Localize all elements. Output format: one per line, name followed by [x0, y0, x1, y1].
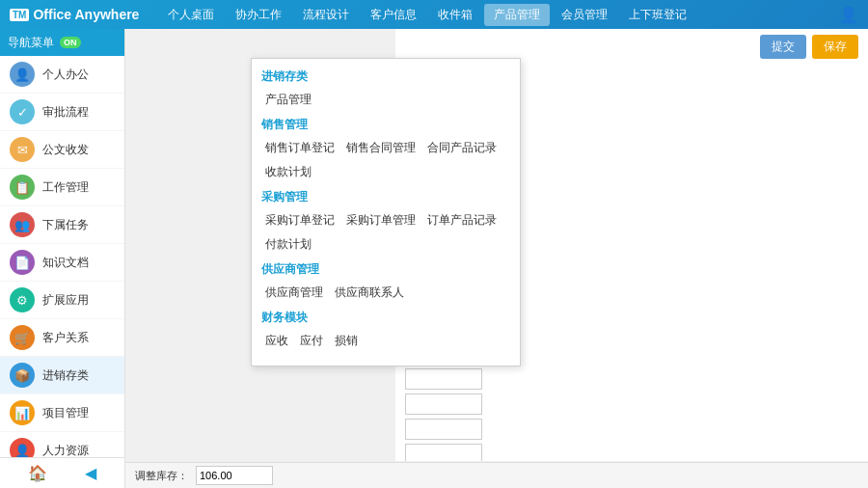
main-layout: 导航菜单 ON 👤 个人办公 ✓ 审批流程 ✉ 公文收发 📋 工作管理 👥: [0, 29, 868, 488]
dropdown-link-receivable[interactable]: 应收: [261, 332, 292, 350]
form-row-15: [405, 419, 858, 440]
nav-item-member[interactable]: 会员管理: [552, 4, 617, 26]
nav-item-cowork[interactable]: 协办工作: [226, 4, 291, 26]
home-icon[interactable]: 🏠: [28, 464, 47, 482]
project-icon: 📊: [10, 400, 35, 425]
nav-item-checkin[interactable]: 上下班登记: [619, 4, 696, 26]
sidebar-label-crm: 客户关系: [42, 330, 89, 346]
dropdown-menu: 进销存类 产品管理 销售管理 销售订单登记 销售合同管理 合同产品记录 收款计划…: [251, 58, 521, 366]
crm-icon: 🛒: [10, 325, 35, 350]
nav-item-customer[interactable]: 客户信息: [361, 4, 426, 26]
dropdown-link-purchase-order[interactable]: 采购订单登记: [261, 211, 339, 230]
form-row-16: [405, 444, 858, 461]
sidebar-label-knowledge: 知识文档: [42, 255, 89, 271]
dropdown-items-supplier: 供应商管理 供应商联系人: [261, 284, 510, 302]
dropdown-items-inventory: 产品管理: [261, 91, 510, 109]
header: TM Office Anywhere 个人桌面 协办工作 流程设计 客户信息 收…: [0, 0, 868, 29]
dropdown-section-title-sales: 销售管理: [261, 117, 510, 133]
dropdown-items-finance: 应收 应付 损销: [261, 332, 510, 350]
sidebar-item-project[interactable]: 📊 项目管理: [0, 394, 124, 432]
sidebar-item-crm[interactable]: 🛒 客户关系: [0, 319, 124, 357]
sidebar-item-personal[interactable]: 👤 个人办公: [0, 56, 124, 94]
collapse-icon[interactable]: ◀: [85, 464, 96, 482]
sidebar-label-approval: 审批流程: [42, 104, 89, 121]
nav-item-workflow[interactable]: 流程设计: [293, 4, 359, 26]
sidebar-label-extend: 扩展应用: [42, 292, 89, 309]
sidebar-item-mail[interactable]: ✉ 公文收发: [0, 131, 124, 169]
submit-button[interactable]: 提交: [760, 35, 806, 59]
dropdown-link-product[interactable]: 产品管理: [261, 91, 315, 109]
dropdown-link-supplier-manage[interactable]: 供应商管理: [261, 284, 327, 302]
dropdown-link-sales-order[interactable]: 销售订单登记: [261, 139, 339, 157]
sidebar-item-extend[interactable]: ⚙ 扩展应用: [0, 282, 124, 319]
sidebar-label-hr: 人力资源: [42, 443, 89, 458]
dropdown-link-loss[interactable]: 损销: [331, 332, 362, 350]
status-value-input[interactable]: [196, 466, 273, 485]
workmanage-icon: 📋: [10, 175, 35, 200]
form-input-13[interactable]: [405, 368, 482, 390]
sidebar-label-subtask: 下属任务: [42, 217, 89, 233]
dropdown-link-pay-plan[interactable]: 付款计划: [261, 235, 315, 254]
logo-icon: TM: [10, 9, 29, 21]
dropdown-link-sales-product-record[interactable]: 合同产品记录: [423, 139, 501, 157]
logo-text: Office Anywhere: [33, 7, 139, 22]
status-label: 调整库存：: [135, 469, 188, 483]
mail-icon: ✉: [10, 137, 35, 162]
content-area: 进销存类 产品管理 销售管理 销售订单登记 销售合同管理 合同产品记录 收款计划…: [125, 29, 868, 488]
dropdown-link-payable[interactable]: 应付: [296, 332, 327, 350]
status-bar: 调整库存：: [125, 462, 868, 488]
sidebar-items: 👤 个人办公 ✓ 审批流程 ✉ 公文收发 📋 工作管理 👥 下属任务 📄 知: [0, 56, 124, 457]
sidebar-label-inventory: 进销存类: [42, 367, 89, 384]
sidebar: 导航菜单 ON 👤 个人办公 ✓ 审批流程 ✉ 公文收发 📋 工作管理 👥: [0, 29, 125, 488]
inventory-icon: 📦: [10, 363, 35, 388]
sidebar-item-hr[interactable]: 👤 人力资源: [0, 432, 124, 457]
sidebar-footer: 🏠 ◀: [0, 457, 124, 488]
logo: TM Office Anywhere: [10, 7, 139, 22]
form-input-16[interactable]: [405, 444, 482, 461]
nav-item-inbox[interactable]: 收件箱: [428, 4, 482, 26]
sidebar-item-knowledge[interactable]: 📄 知识文档: [0, 244, 124, 282]
sidebar-item-inventory[interactable]: 📦 进销存类: [0, 357, 124, 394]
subtask-icon: 👥: [10, 212, 35, 237]
sidebar-header-label: 导航菜单: [8, 35, 54, 51]
form-row-13: [405, 368, 858, 390]
save-button[interactable]: 保存: [812, 35, 858, 59]
dropdown-items-sales-payment: 收款计划: [261, 163, 510, 181]
dropdown-items-purchase-payment: 付款计划: [261, 235, 510, 254]
dropdown-section-title-supplier: 供应商管理: [261, 261, 510, 278]
dropdown-link-purchase-manage[interactable]: 采购订单管理: [342, 211, 420, 230]
sidebar-label-workmanage: 工作管理: [42, 179, 89, 196]
dropdown-items-purchase: 采购订单登记 采购订单管理 订单产品记录: [261, 211, 510, 230]
dropdown-section-title-purchase: 采购管理: [261, 189, 510, 205]
sidebar-item-subtask[interactable]: 👥 下属任务: [0, 206, 124, 244]
personal-icon: 👤: [10, 62, 35, 87]
approval-icon: ✓: [10, 99, 35, 124]
toolbar: 提交 保存: [760, 35, 858, 59]
extend-icon: ⚙: [10, 287, 35, 312]
sidebar-label-project: 项目管理: [42, 405, 89, 421]
hr-icon: 👤: [10, 438, 35, 457]
nav-item-product[interactable]: 产品管理: [484, 4, 550, 26]
nav-item-personal-desk[interactable]: 个人桌面: [158, 4, 224, 26]
dropdown-link-payment-plan[interactable]: 收款计划: [261, 163, 315, 181]
dropdown-items-sales: 销售订单登记 销售合同管理 合同产品记录: [261, 139, 510, 157]
form-row-14: [405, 393, 858, 415]
knowledge-icon: 📄: [10, 250, 35, 275]
dropdown-link-supplier-contact[interactable]: 供应商联系人: [331, 284, 408, 302]
nav-menu: 个人桌面 协办工作 流程设计 客户信息 收件箱 产品管理 会员管理 上下班登记: [158, 4, 839, 26]
sidebar-header: 导航菜单 ON: [0, 29, 124, 56]
dropdown-section-title-inventory: 进销存类: [261, 68, 510, 85]
form-input-15[interactable]: [405, 419, 482, 440]
dropdown-link-purchase-product[interactable]: 订单产品记录: [423, 211, 501, 230]
sidebar-item-approval[interactable]: ✓ 审批流程: [0, 94, 124, 131]
sidebar-toggle[interactable]: ON: [60, 37, 81, 48]
sidebar-item-workmanage[interactable]: 📋 工作管理: [0, 169, 124, 206]
sidebar-label-mail: 公文收发: [42, 142, 89, 158]
dropdown-section-title-finance: 财务模块: [261, 310, 510, 326]
sidebar-label-personal: 个人办公: [42, 67, 89, 83]
user-icon[interactable]: 👤: [839, 6, 858, 24]
dropdown-link-sales-contract[interactable]: 销售合同管理: [342, 139, 420, 157]
form-input-14[interactable]: [405, 393, 482, 415]
